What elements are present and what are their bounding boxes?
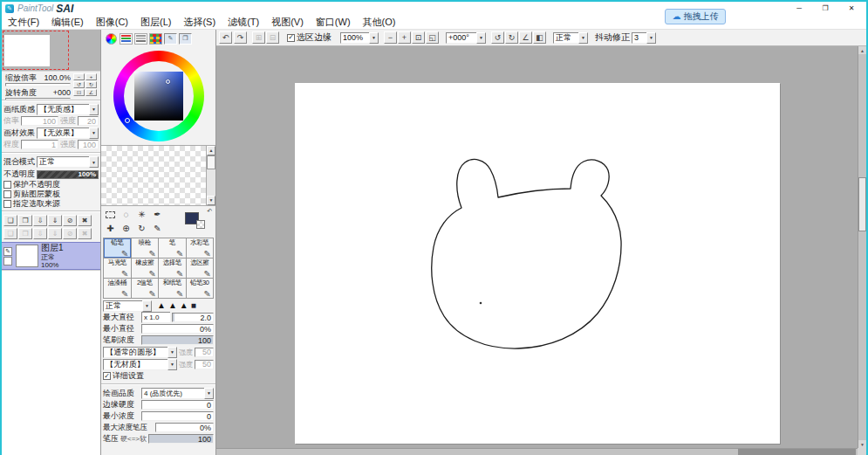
new-folder-button[interactable]: ❒ <box>18 215 32 226</box>
layer-item-selected[interactable]: ✎ 图层1 正常 100% <box>2 242 100 270</box>
dropdown-arrow-icon[interactable]: ▼ <box>167 359 177 370</box>
redo-button[interactable]: ↷ <box>234 31 247 44</box>
brush-tool-watercolor[interactable]: 水彩笔✎ <box>187 238 214 258</box>
brush-texture-dropdown[interactable]: 【无材质】 ▼ <box>103 359 177 370</box>
transfer-down-button[interactable]: ⇩ <box>33 215 47 226</box>
rotate-view-tool-button[interactable]: ↻ <box>134 222 149 235</box>
menu-select[interactable]: 选择(S) <box>177 16 222 29</box>
effect-amount-slider[interactable]: 1 <box>21 140 58 149</box>
vertical-scrollbar[interactable]: ▲ ▼ <box>858 46 866 448</box>
brush-shape-dropdown[interactable]: 【通常的圆形】 ▼ <box>103 347 177 358</box>
move-tool-button[interactable]: ✚ <box>103 222 118 235</box>
max-density-pressure-slider[interactable]: 0% <box>155 423 214 432</box>
nav-zoom-slider[interactable] <box>5 83 71 86</box>
horizontal-scrollbar[interactable] <box>216 448 858 455</box>
reset-rotation-button[interactable]: ∠ <box>519 31 532 44</box>
brush-texture-strength-slider[interactable]: 50 <box>195 360 214 369</box>
menu-filter[interactable]: 滤镜(T) <box>222 16 265 29</box>
menu-view[interactable]: 视图(V) <box>265 16 310 29</box>
diameter-unit-dropdown[interactable]: x 1.0 <box>141 312 170 323</box>
brush-tip-icon[interactable]: ▲ <box>168 301 177 310</box>
navigator-preview[interactable] <box>2 30 100 72</box>
brush-tool-eraser[interactable]: 橡皮擦✎ <box>132 259 159 278</box>
material-effect-dropdown[interactable]: 【无效果】 ▼ <box>37 128 99 139</box>
layer-opacity-slider[interactable]: 100% <box>37 170 99 179</box>
brush-tool-select-pen[interactable]: 选择笔✎ <box>159 259 186 278</box>
layer-tool-button[interactable]: ⊘ <box>63 228 77 239</box>
color-wheel-panel-icon[interactable] <box>105 33 118 45</box>
layer-paint-indicator-icon[interactable]: ✎ <box>3 247 12 256</box>
flip-view-button[interactable]: ◧ <box>533 31 546 44</box>
scroll-down-icon[interactable]: ▼ <box>858 440 866 448</box>
mixer-panel-icon[interactable]: ❐ <box>179 33 192 45</box>
scrollbar-thumb[interactable] <box>207 155 215 169</box>
nav-zoom-in-button[interactable]: + <box>85 73 97 80</box>
layer-tool-button[interactable]: ⇓ <box>48 228 62 239</box>
brush-tool-airbrush[interactable]: 喷枪✎ <box>132 238 159 258</box>
swap-colors-icon[interactable]: ↶ <box>207 208 212 215</box>
brush-tool-marker[interactable]: 马克笔✎ <box>104 259 131 278</box>
texture-strength-slider[interactable]: 20 <box>78 116 99 126</box>
merge-down-button[interactable]: ⇓ <box>48 215 62 226</box>
brush-tool-bucket[interactable]: 油漆桶✎ <box>104 279 131 298</box>
nav-reset-rotation-button[interactable]: ∠ <box>85 89 97 96</box>
edge-hardness-slider[interactable]: 0 <box>141 400 214 410</box>
scroll-down-button[interactable]: ▼ <box>207 196 215 205</box>
nav-zoom-out-button[interactable]: − <box>73 73 85 80</box>
scratchpad-scrollbar[interactable]: ▲ ▼ <box>206 146 215 205</box>
dropdown-arrow-icon[interactable]: ▼ <box>369 32 379 44</box>
menu-others[interactable]: 其他(O) <box>357 16 402 29</box>
swatches-panel-icon[interactable] <box>149 33 162 45</box>
brush-tool-pencil30[interactable]: 铅笔30✎ <box>187 279 214 298</box>
dropdown-arrow-icon[interactable]: ▼ <box>89 156 99 168</box>
quality-dropdown[interactable]: 4 (品质优先) ▼ <box>141 388 214 399</box>
stabilizer-dropdown[interactable]: 3 ▼ <box>632 32 656 44</box>
toolbar-blend-dropdown[interactable]: 正常 ▼ <box>553 32 588 44</box>
dropdown-arrow-icon[interactable]: ▼ <box>476 32 486 44</box>
dropdown-arrow-icon[interactable]: ▼ <box>204 388 214 399</box>
eyedropper-tool-button[interactable]: ✒ <box>150 208 165 221</box>
nav-rotate-ccw-button[interactable]: ↺ <box>73 81 85 88</box>
rotate-ccw-button[interactable]: ↺ <box>491 31 504 44</box>
horizontal-scrollbar-thumb[interactable] <box>738 449 856 455</box>
dropdown-arrow-icon[interactable]: ▼ <box>89 128 99 139</box>
canvas[interactable] <box>295 83 780 444</box>
scroll-up-button[interactable]: ▲ <box>207 146 215 155</box>
zoom-tool-button[interactable]: ⊕ <box>119 222 133 235</box>
drag-upload-button[interactable]: ☁ 拖拽上传 <box>665 9 726 24</box>
zoom-in-button[interactable]: + <box>398 31 411 44</box>
scratchpad-panel-icon[interactable]: ✎ <box>164 33 177 45</box>
menu-window[interactable]: 窗口(W) <box>310 16 357 29</box>
layer-visibility-toggle[interactable] <box>3 257 12 265</box>
close-button[interactable]: ✕ <box>838 3 865 14</box>
dropdown-arrow-icon[interactable]: ▼ <box>167 347 177 358</box>
canvas-viewport[interactable] <box>216 46 858 448</box>
brush-tool-washi-pen[interactable]: 和纸笔✎ <box>159 279 186 298</box>
delete-layer-button[interactable]: ✖ <box>78 215 92 226</box>
undo-button[interactable]: ↶ <box>219 31 232 44</box>
magic-wand-tool-button[interactable]: ✳ <box>134 208 149 221</box>
reset-zoom-button[interactable]: ⊡ <box>412 31 425 44</box>
layer-tool-button[interactable]: ✖ <box>78 228 92 239</box>
preserve-opacity-checkbox[interactable] <box>3 181 11 189</box>
advanced-settings-checkbox[interactable]: ✓ <box>103 372 111 380</box>
layer-tool-button[interactable]: ❒ <box>18 228 32 239</box>
layer-thumbnail[interactable] <box>16 245 38 267</box>
hand-tool-button[interactable]: ✎ <box>150 222 165 235</box>
background-color-swatch[interactable] <box>196 220 205 229</box>
brush-tool-brush[interactable]: 笔✎ <box>159 238 186 258</box>
brush-tip-icon[interactable]: ■ <box>191 301 196 310</box>
expand-selection-button[interactable]: ⊞ <box>252 31 265 44</box>
brush-tip-icon[interactable]: ▲ <box>180 301 188 310</box>
saturation-value-square[interactable] <box>134 72 183 121</box>
min-density-slider[interactable]: 0 <box>141 411 214 421</box>
dropdown-arrow-icon[interactable]: ▼ <box>142 300 152 312</box>
dropdown-arrow-icon[interactable]: ▼ <box>89 104 99 115</box>
nav-reset-zoom-button[interactable]: ⊡ <box>73 89 85 96</box>
layer-tool-button[interactable]: ❏ <box>3 228 17 239</box>
paper-texture-dropdown[interactable]: 【无质感】 ▼ <box>37 104 99 115</box>
vertical-scrollbar-thumb[interactable] <box>858 177 866 231</box>
layer-tool-button[interactable]: ⇩ <box>33 228 47 239</box>
dropdown-arrow-icon[interactable]: ▼ <box>646 32 656 44</box>
view-rotation-dropdown[interactable]: +000° ▼ <box>446 32 486 44</box>
